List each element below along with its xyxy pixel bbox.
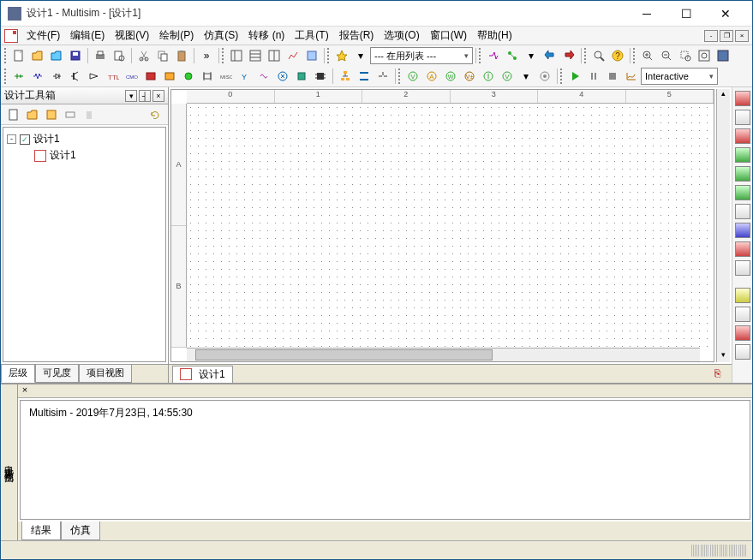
toolbar-grip[interactable] <box>479 48 482 63</box>
multimeter-icon[interactable] <box>735 91 750 106</box>
run-icon[interactable] <box>566 68 583 85</box>
tab-hierarchy[interactable]: 层级 <box>1 365 35 383</box>
probe-settings-icon[interactable] <box>536 68 553 85</box>
component-wizard-icon[interactable] <box>333 47 350 64</box>
panel-menu-button[interactable]: ▾ <box>125 90 137 102</box>
save-icon[interactable] <box>67 47 84 64</box>
advanced-icon[interactable]: Y <box>236 68 254 85</box>
horizontal-scrollbar[interactable] <box>187 348 700 361</box>
toolbar-grip[interactable] <box>633 48 636 63</box>
tab-visibility[interactable]: 可见度 <box>35 365 79 383</box>
new-design-icon[interactable] <box>5 106 22 123</box>
save-design-icon[interactable] <box>43 106 60 123</box>
toolbar-grip[interactable] <box>398 69 402 84</box>
toolbar-grip[interactable] <box>222 48 225 63</box>
iv-analyzer-icon[interactable] <box>735 288 750 303</box>
rename-icon[interactable] <box>62 106 79 123</box>
spreadsheet-close-button[interactable]: × <box>18 384 32 397</box>
mixed-icon[interactable] <box>161 68 178 85</box>
tab-overflow-icon[interactable]: ⎘ <box>714 367 728 381</box>
menu-simulate[interactable]: 仿真(S) <box>199 27 243 45</box>
zoom-in-icon[interactable] <box>639 47 656 64</box>
tree-child-node[interactable]: 设计1 <box>7 147 162 164</box>
power-icon[interactable] <box>199 68 216 85</box>
print-preview-icon[interactable] <box>111 47 128 64</box>
function-generator-icon[interactable] <box>735 110 750 125</box>
more-icon[interactable]: » <box>198 47 215 64</box>
tree-root-node[interactable]: - ✓ 设计1 <box>7 131 162 147</box>
back-annotate-icon[interactable] <box>541 47 559 64</box>
word-generator-icon[interactable] <box>735 223 750 238</box>
menu-view[interactable]: 视图(V) <box>110 27 154 45</box>
bode-plotter-icon[interactable] <box>735 185 750 200</box>
network-analyzer-icon[interactable] <box>735 344 750 360</box>
logic-analyzer-icon[interactable] <box>735 241 750 257</box>
toolbar-grip[interactable] <box>584 48 588 63</box>
mcu-icon[interactable] <box>312 68 329 85</box>
analog-icon[interactable] <box>86 68 103 85</box>
menu-tools[interactable]: 工具(T) <box>290 27 333 45</box>
zoom-fit-icon[interactable] <box>696 47 713 64</box>
design-toolbox-icon[interactable] <box>228 47 245 64</box>
document-tab[interactable]: 设计1 <box>172 366 233 383</box>
menu-options[interactable]: 选项(O) <box>379 27 424 45</box>
tab-simulation[interactable]: 仿真 <box>61 521 100 540</box>
paste-icon[interactable] <box>173 47 190 64</box>
menu-edit[interactable]: 编辑(E) <box>65 27 110 45</box>
inuse-list-dropdown[interactable]: --- 在用列表 --- <box>370 47 473 64</box>
erc-icon[interactable] <box>485 47 502 64</box>
toolbar-grip[interactable] <box>560 69 564 84</box>
postprocessor-icon[interactable] <box>303 47 320 64</box>
misc-icon[interactable]: MISC <box>218 68 235 85</box>
help-icon[interactable]: ? <box>609 47 626 64</box>
logic-converter-icon[interactable] <box>735 260 750 276</box>
canvas-grid[interactable] <box>187 104 714 348</box>
spreadsheet-label[interactable]: 电子表格视图 <box>1 384 18 540</box>
indicator-icon[interactable] <box>180 68 197 85</box>
toolbar-grip[interactable] <box>327 48 331 63</box>
transistor-icon[interactable] <box>67 68 84 85</box>
probe-w-icon[interactable]: W <box>442 68 459 85</box>
spectrum-analyzer-icon[interactable] <box>735 325 750 341</box>
distortion-analyzer-icon[interactable] <box>735 307 750 322</box>
tab-results[interactable]: 结果 <box>21 521 61 540</box>
fullscreen-icon[interactable] <box>714 47 732 64</box>
forward-annotate-icon[interactable]: ▾ <box>523 47 540 64</box>
minimize-button[interactable]: ─ <box>627 2 666 26</box>
schematic-canvas[interactable]: 0 1 2 3 4 5 A B <box>170 89 714 362</box>
database-icon[interactable]: ▾ <box>352 47 369 64</box>
spreadsheet-view-icon[interactable] <box>247 47 264 64</box>
zoom-area-icon[interactable] <box>677 47 694 64</box>
scroll-up-icon[interactable]: ▴ <box>717 89 730 101</box>
wattmeter-icon[interactable] <box>735 128 750 144</box>
stop-icon[interactable] <box>604 68 621 85</box>
menu-transfer[interactable]: 转移 (n) <box>243 27 290 45</box>
connector-icon[interactable] <box>293 68 310 85</box>
source-icon[interactable] <box>10 68 27 85</box>
interactive-dropdown[interactable]: Interactive <box>641 68 718 85</box>
basic-icon[interactable] <box>29 68 46 85</box>
rf-icon[interactable] <box>255 68 272 85</box>
misc-digital-icon[interactable] <box>142 68 159 85</box>
hierarchy-icon[interactable] <box>337 68 354 85</box>
mdi-minimize-button[interactable]: - <box>704 30 718 42</box>
print-icon[interactable] <box>92 47 109 64</box>
probe-a-icon[interactable]: A <box>423 68 440 85</box>
panel-pin-button[interactable]: ┤ <box>139 90 151 102</box>
probe-v-icon[interactable]: V <box>404 68 421 85</box>
tab-project[interactable]: 项目视图 <box>79 365 132 383</box>
design-tree[interactable]: - ✓ 设计1 设计1 <box>3 127 166 362</box>
four-channel-scope-icon[interactable] <box>735 166 750 182</box>
vertical-scrollbar[interactable]: ▴ ▾ <box>716 89 730 362</box>
panel-close-button[interactable]: × <box>152 90 164 102</box>
find-icon[interactable] <box>590 47 607 64</box>
oscilloscope-icon[interactable] <box>735 147 750 163</box>
toolbar-grip[interactable] <box>4 48 8 63</box>
delete-icon[interactable] <box>81 106 98 123</box>
menu-window[interactable]: 窗口(W) <box>425 27 472 45</box>
refresh-icon[interactable] <box>146 106 164 123</box>
tree-collapse-icon[interactable]: - <box>7 134 16 144</box>
grapher-icon[interactable] <box>284 47 302 64</box>
resize-grip[interactable] <box>691 545 752 557</box>
open-sample-icon[interactable] <box>48 47 65 64</box>
